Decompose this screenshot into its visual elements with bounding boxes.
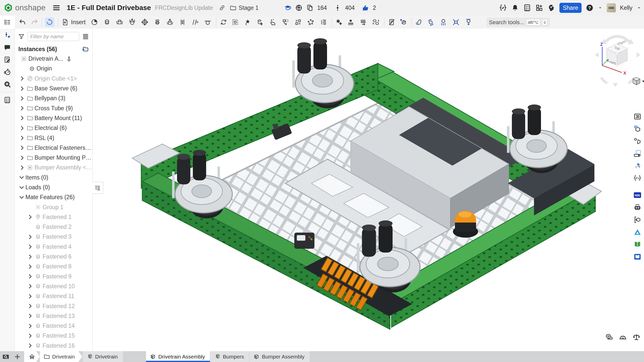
tree-bellypan[interactable]: Bellypan (3) <box>15 93 92 103</box>
app-triangle[interactable] <box>632 226 642 238</box>
tree-fastened-12[interactable]: Fastened 12 <box>15 301 92 311</box>
pin-slot-mate[interactable] <box>176 17 189 27</box>
tasks-checklist-icon[interactable] <box>523 4 531 12</box>
tree-bumper-assembly[interactable]: Bumper Assembly <1> <box>15 163 92 172</box>
turntable[interactable] <box>424 17 437 27</box>
chev-right-icon[interactable] <box>26 253 34 261</box>
tree-electrical[interactable]: Electrical (6) <box>15 123 92 133</box>
app-robot[interactable] <box>632 201 642 213</box>
create-version[interactable] <box>0 29 15 41</box>
planar-mate[interactable] <box>138 17 151 27</box>
redo-button[interactable] <box>30 17 39 27</box>
graphics-viewport[interactable]: Top Front Right Z X Fx <box>93 29 644 351</box>
learning-center-icon[interactable] <box>284 4 292 12</box>
chev-right-icon[interactable] <box>26 312 34 320</box>
drag-part[interactable] <box>254 17 267 27</box>
bom-panel[interactable] <box>632 110 642 123</box>
search-in-document[interactable] <box>0 78 15 90</box>
display-states[interactable] <box>462 17 475 27</box>
chev-right-icon[interactable] <box>18 114 26 122</box>
history[interactable] <box>0 66 15 78</box>
sync-update-button[interactable] <box>45 17 54 27</box>
chev-right-icon[interactable] <box>26 243 34 250</box>
tab-drivetrain-partstudio[interactable]: Drivetrain <box>83 351 123 362</box>
tree-fastened-16[interactable]: Fastened 16 <box>15 341 92 351</box>
replace-instance[interactable] <box>216 17 229 27</box>
chev-right-icon[interactable] <box>26 282 34 290</box>
tree-fastened-1[interactable]: Fastened 1 <box>15 212 92 222</box>
workspace-label[interactable]: Stage 1 <box>239 5 259 11</box>
mass-properties[interactable] <box>632 333 640 341</box>
home-tab[interactable] <box>24 351 40 362</box>
link-icon[interactable] <box>219 4 226 11</box>
replicate[interactable] <box>241 17 254 27</box>
insert-new-part[interactable] <box>397 17 410 27</box>
chev-right-icon[interactable] <box>18 154 26 162</box>
apps-grid-icon[interactable] <box>535 4 543 12</box>
tab-bumper-assembly[interactable]: Bumper Assembly <box>249 351 309 362</box>
tree-bumper-mounting-plates[interactable]: Bumper Mounting Plat... <box>15 153 92 163</box>
tree-battery-mount[interactable]: Battery Mount (11) <box>15 113 92 123</box>
tree-fastened-15[interactable]: Fastened 15 <box>15 331 92 341</box>
help-caret-icon[interactable] <box>598 5 603 10</box>
mate-list-flyout-handle[interactable] <box>92 182 103 194</box>
chev-right-icon[interactable] <box>26 342 34 349</box>
search-tools[interactable]: Search tools... alt/⌥ c <box>486 18 550 27</box>
variables-fx[interactable]: Fx <box>632 172 642 184</box>
copies-icon[interactable] <box>306 4 314 12</box>
chev-right-icon[interactable] <box>18 95 26 102</box>
document-title[interactable]: 1E - Full Detail Drivebase <box>67 4 151 12</box>
chev-right-icon[interactable] <box>26 322 34 330</box>
app-docs-blue[interactable] <box>632 250 642 263</box>
chev-right-icon[interactable] <box>26 293 34 300</box>
chev-down-icon[interactable] <box>18 194 25 201</box>
fastened-mate[interactable] <box>101 17 113 27</box>
versions-code-icon[interactable] <box>499 4 507 12</box>
exploded-view[interactable] <box>437 17 450 27</box>
tree-origin[interactable]: Origin <box>15 64 92 74</box>
chev-right-icon[interactable] <box>26 332 34 340</box>
edit-in-context[interactable] <box>229 17 241 27</box>
protractor[interactable] <box>619 333 627 341</box>
view-cube-top-label[interactable]: Top <box>614 46 620 51</box>
user-caret-icon[interactable] <box>636 5 641 10</box>
chev-down-icon[interactable] <box>18 184 25 191</box>
insert-derived[interactable] <box>279 17 292 27</box>
section-mate-features[interactable]: Mate Features (26) <box>15 192 92 202</box>
tree-rsl[interactable]: RSL (4) <box>15 133 92 143</box>
new-tab-button[interactable] <box>12 351 23 362</box>
comments[interactable] <box>0 41 15 53</box>
tree-origin-cube[interactable]: Origin Cube <1> <box>15 74 92 84</box>
chev-right-icon[interactable] <box>18 75 26 82</box>
mate-connector[interactable] <box>267 17 279 27</box>
revolute-mate[interactable] <box>113 17 126 27</box>
parallel-mate[interactable] <box>189 17 201 27</box>
chev-right-icon[interactable] <box>18 164 26 171</box>
tree-fastened-14[interactable]: Fastened 14 <box>15 321 92 331</box>
bom-table[interactable] <box>632 123 642 135</box>
slider-mate[interactable] <box>126 17 138 27</box>
mate[interactable] <box>88 17 101 27</box>
rack-pinion-relation[interactable] <box>344 17 357 27</box>
tree-drivetrain-assembly[interactable]: Drivetrain A... <box>15 54 92 64</box>
chev-right-icon[interactable] <box>18 144 26 152</box>
panel-toggle-button[interactable] <box>0 16 15 29</box>
tab-drivetrain-folder[interactable]: Drivetrain <box>40 351 82 362</box>
document-notes[interactable] <box>0 53 15 66</box>
chev-right-icon[interactable] <box>18 124 26 132</box>
tree-fastened-6[interactable]: Fastened 6 <box>15 252 92 262</box>
tree-fastened-2[interactable]: Fastened 2 <box>15 222 92 232</box>
tree-base-swerve[interactable]: Base Swerve (6) <box>15 84 92 93</box>
filter-input[interactable] <box>27 32 79 41</box>
view-cube-right-label[interactable]: Right <box>618 40 626 46</box>
snapshot[interactable] <box>450 17 462 27</box>
bom[interactable] <box>384 17 397 27</box>
versions-count[interactable]: 404 <box>345 5 354 11</box>
tree-cross-tube[interactable]: Cross Tube (9) <box>15 103 92 113</box>
insert-button[interactable]: Insert <box>61 17 86 27</box>
app-docs-green[interactable] <box>632 238 642 250</box>
search-tabs-button[interactable] <box>0 351 12 362</box>
public-globe-icon[interactable] <box>295 4 303 12</box>
flatten-view[interactable] <box>632 147 642 160</box>
tree-electrical-fasteners[interactable]: Electrical Fasteners (... <box>15 143 92 153</box>
